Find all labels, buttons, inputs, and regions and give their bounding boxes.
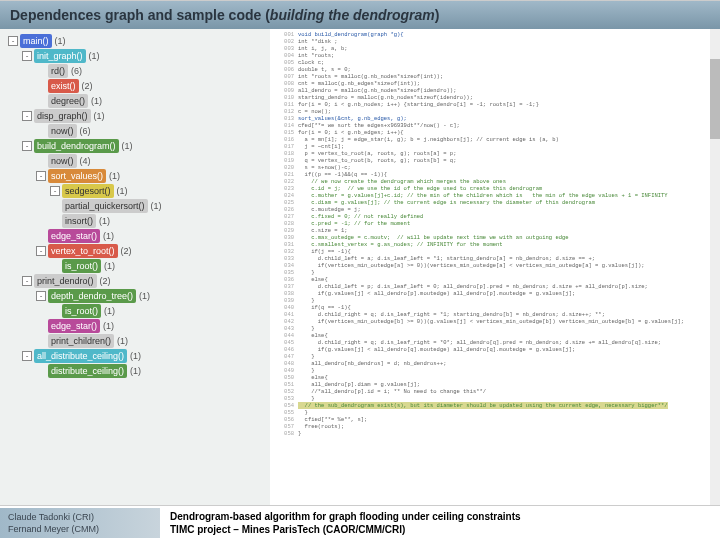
line-number: 037 xyxy=(272,283,294,290)
code-line: 009all_dendro = malloc(g.nb_nodes*sizeof… xyxy=(272,87,718,94)
line-number: 020 xyxy=(272,164,294,171)
dependency-tree-pane: -main()(1)-init_graph()(1)rd()(6)exist()… xyxy=(0,29,270,505)
tree-node-label: print_children() xyxy=(48,334,114,348)
tree-node-count: (1) xyxy=(103,319,114,333)
code-text: } xyxy=(298,409,308,416)
author-1: Claude Tadonki (CRI) xyxy=(8,511,152,523)
code-text: } xyxy=(298,297,315,304)
tree-node[interactable]: -init_graph()(1) xyxy=(4,49,270,63)
code-line: 018 p = vertex_to_root(a, roots, g); roo… xyxy=(272,150,718,157)
tree-toggle-icon[interactable]: - xyxy=(22,111,32,121)
code-line: 045 d.child_right = q; d.is_leaf_right =… xyxy=(272,339,718,346)
code-text: int **disk ; xyxy=(298,38,338,45)
tree-node[interactable]: -sort_values()(1) xyxy=(4,169,270,183)
tree-node[interactable]: distribute_ceiling()(1) xyxy=(4,364,270,378)
scrollbar-vertical[interactable] xyxy=(710,29,720,505)
tree-toggle-icon[interactable]: - xyxy=(36,171,46,181)
code-text: } xyxy=(298,430,301,437)
line-number: 057 xyxy=(272,423,294,430)
tree-node-count: (1) xyxy=(109,169,120,183)
tree-toggle-icon[interactable]: - xyxy=(8,36,18,46)
code-line: 029 c.size = 1; xyxy=(272,227,718,234)
line-number: 030 xyxy=(272,234,294,241)
code-text: all_dendro = malloc(g.nb_nodes*sizeof(id… xyxy=(298,87,456,94)
line-number: 050 xyxy=(272,374,294,381)
tree-node[interactable]: is_root()(1) xyxy=(4,259,270,273)
line-number: 008 xyxy=(272,80,294,87)
line-number: 022 xyxy=(272,178,294,185)
tree-node[interactable]: insort()(1) xyxy=(4,214,270,228)
tree-node[interactable]: -vertex_to_root()(2) xyxy=(4,244,270,258)
line-number: 031 xyxy=(272,241,294,248)
tree-node-label: rd() xyxy=(48,64,68,78)
tree-node[interactable]: is_root()(1) xyxy=(4,304,270,318)
line-number: 001 xyxy=(272,31,294,38)
line-number: 048 xyxy=(272,360,294,367)
code-text: if(j == -1){ xyxy=(298,248,351,255)
tree-node-count: (1) xyxy=(117,184,128,198)
line-number: 033 xyxy=(272,255,294,262)
dependency-tree: -main()(1)-init_graph()(1)rd()(6)exist()… xyxy=(0,34,270,378)
code-line: 007int *roots = malloc(g.nb_nodes*sizeof… xyxy=(272,73,718,80)
tree-node[interactable]: print_children()(1) xyxy=(4,334,270,348)
code-text: } xyxy=(298,325,315,332)
code-text: } xyxy=(298,395,315,402)
code-text: if(q == -1){ xyxy=(298,304,351,311)
line-number: 009 xyxy=(272,87,294,94)
code-line: 003int i, j, a, b; xyxy=(272,45,718,52)
code-line: 033 d.child_left = a; d.is_leaf_left = *… xyxy=(272,255,718,262)
tree-node[interactable]: rd()(6) xyxy=(4,64,270,78)
code-text: j = ~cnt[i]; xyxy=(298,143,344,150)
tree-node[interactable]: edge_star()(1) xyxy=(4,229,270,243)
tree-node-label: degree() xyxy=(48,94,88,108)
code-line: 021 if((p == -1)&&(q == -1)){ xyxy=(272,171,718,178)
tree-toggle-icon[interactable]: - xyxy=(50,186,60,196)
code-line: 054 // the sub_dendrogram exist(s), but … xyxy=(272,402,718,409)
code-line: 014cfed[**= we sort the edges+x96939dt**… xyxy=(272,122,718,129)
code-line: 016 a = mn[i]; j = edge_star(i, g); b = … xyxy=(272,136,718,143)
code-line: 005clock c; xyxy=(272,59,718,66)
tree-toggle-icon[interactable]: - xyxy=(36,246,46,256)
code-line: 046 if(g.values[j] < all_dendro[q].moute… xyxy=(272,346,718,353)
tree-node[interactable]: -all_distribute_ceiling()(1) xyxy=(4,349,270,363)
code-line: 050 else{ xyxy=(272,374,718,381)
line-number: 055 xyxy=(272,409,294,416)
line-number: 041 xyxy=(272,311,294,318)
tree-toggle-icon[interactable]: - xyxy=(36,291,46,301)
tree-node-label: edge_star() xyxy=(48,319,100,333)
tree-node-count: (1) xyxy=(55,34,66,48)
code-line: 031 c.smallest_vertex = g.as_nodes; // I… xyxy=(272,241,718,248)
tree-node[interactable]: exist()(2) xyxy=(4,79,270,93)
tree-node-label: build_dendrogram() xyxy=(34,139,119,153)
tree-node-count: (6) xyxy=(71,64,82,78)
tree-node[interactable]: edge_star()(1) xyxy=(4,319,270,333)
tree-toggle-icon[interactable]: - xyxy=(22,141,32,151)
tree-toggle-icon[interactable]: - xyxy=(22,351,32,361)
line-number: 012 xyxy=(272,108,294,115)
tree-node[interactable]: -build_dendrogram()(1) xyxy=(4,139,270,153)
line-number: 053 xyxy=(272,395,294,402)
tree-node[interactable]: now()(4) xyxy=(4,154,270,168)
tree-toggle-icon[interactable]: - xyxy=(22,276,32,286)
line-number: 051 xyxy=(272,381,294,388)
tree-node[interactable]: -sedgesort()(1) xyxy=(4,184,270,198)
code-line: 049 } xyxy=(272,367,718,374)
line-number: 056 xyxy=(272,416,294,423)
tree-node[interactable]: -depth_dendro_tree()(1) xyxy=(4,289,270,303)
tree-node[interactable]: now()(6) xyxy=(4,124,270,138)
main-content: -main()(1)-init_graph()(1)rd()(6)exist()… xyxy=(0,29,720,505)
tree-node[interactable]: -main()(1) xyxy=(4,34,270,48)
tree-node[interactable]: degree()(1) xyxy=(4,94,270,108)
tree-node[interactable]: partial_quickersort()(1) xyxy=(4,199,270,213)
line-number: 023 xyxy=(272,185,294,192)
code-text: if(vertices_min_outedge[b] >= 0))(g.valu… xyxy=(298,318,684,325)
code-text: c.diam = g.values[j]; // the current edg… xyxy=(298,199,595,206)
slide-footer: Claude Tadonki (CRI) Fernand Meyer (CMM)… xyxy=(0,505,720,539)
tree-toggle-icon[interactable]: - xyxy=(22,51,32,61)
tree-node[interactable]: -print_dendro()(2) xyxy=(4,274,270,288)
scrollbar-thumb[interactable] xyxy=(710,59,720,139)
code-text: all_dendro[nb_dendros] = d; nb_dendros++… xyxy=(298,360,447,367)
code-text: all_dendro[p].diam = g.values[j]; xyxy=(298,381,420,388)
tree-node[interactable]: -disp_graph()(1) xyxy=(4,109,270,123)
code-line: 002int **disk ; xyxy=(272,38,718,45)
